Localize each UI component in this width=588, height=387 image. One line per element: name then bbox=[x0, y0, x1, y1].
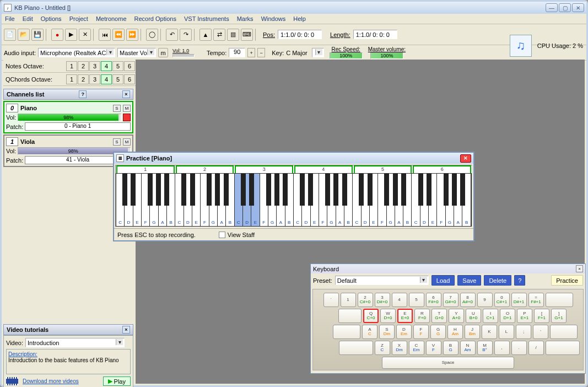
key-O[interactable]: OD+1 bbox=[500, 309, 515, 323]
octave-4[interactable]: 4 bbox=[101, 74, 112, 84]
delete-button[interactable]: Delete bbox=[484, 275, 511, 286]
caps-key[interactable] bbox=[333, 325, 360, 339]
black-key[interactable] bbox=[207, 174, 212, 206]
key-K[interactable]: K bbox=[482, 325, 497, 339]
black-key[interactable] bbox=[452, 174, 457, 206]
black-key[interactable] bbox=[444, 174, 449, 206]
play-video-button[interactable]: ▶Play bbox=[103, 377, 131, 386]
record-button[interactable]: ● bbox=[51, 29, 63, 41]
download-videos-link[interactable]: Download more videos bbox=[23, 378, 79, 384]
piano-button[interactable]: ▥ bbox=[227, 29, 239, 41]
rewind-button[interactable]: ⏪ bbox=[112, 29, 125, 41]
metronome-button[interactable]: ▲ bbox=[199, 29, 212, 41]
stop-button[interactable]: ✕ bbox=[79, 29, 91, 41]
menu-windows[interactable]: Windows bbox=[261, 15, 286, 22]
black-key[interactable] bbox=[333, 174, 338, 206]
black-key[interactable] bbox=[215, 174, 220, 206]
tempo-input[interactable]: 90 bbox=[229, 48, 245, 57]
solo-button[interactable]: S bbox=[113, 105, 121, 112]
black-key[interactable] bbox=[418, 174, 423, 206]
menu-file[interactable]: File bbox=[5, 15, 15, 22]
black-key[interactable] bbox=[122, 174, 127, 206]
space-key[interactable]: Space bbox=[382, 357, 514, 369]
key-3[interactable]: 3D#+0 bbox=[375, 293, 390, 307]
channels-help[interactable]: ? bbox=[79, 90, 87, 98]
key-2[interactable]: 2C#+0 bbox=[358, 293, 373, 307]
shift-key[interactable] bbox=[339, 341, 373, 355]
backspace-key[interactable] bbox=[546, 293, 573, 307]
octave-1[interactable]: 1 bbox=[66, 61, 77, 71]
patch-select[interactable]: 0 - Piano 1 bbox=[25, 122, 131, 131]
octave-3[interactable]: 3 bbox=[89, 74, 100, 84]
key-T[interactable]: TG+0 bbox=[431, 309, 447, 323]
record-indicator[interactable] bbox=[123, 114, 131, 121]
key-U[interactable]: UB+0 bbox=[466, 309, 481, 323]
minimize-button[interactable]: — bbox=[546, 3, 558, 12]
key-S[interactable]: SDm bbox=[379, 325, 395, 339]
black-key[interactable] bbox=[148, 174, 153, 206]
octave-4[interactable]: 4 bbox=[101, 61, 112, 71]
black-key[interactable] bbox=[266, 174, 271, 206]
close-button[interactable]: ✕ bbox=[572, 3, 584, 12]
keyboard-button[interactable]: ⌨ bbox=[241, 29, 253, 41]
black-key[interactable] bbox=[325, 174, 330, 206]
volume-bar[interactable]: 98% bbox=[18, 114, 121, 121]
m-button[interactable]: m bbox=[158, 48, 168, 57]
key-'[interactable]: ' bbox=[533, 325, 548, 339]
black-key[interactable] bbox=[181, 174, 186, 206]
key-L[interactable]: L bbox=[499, 325, 514, 339]
mute-button[interactable]: M bbox=[123, 138, 131, 146]
key-8[interactable]: 8A#+0 bbox=[460, 293, 476, 307]
key-1[interactable]: 1 bbox=[341, 293, 356, 307]
channel-piano[interactable]: 0 Piano S M Vol: 98% Patch: 0 - Piano 1 bbox=[3, 101, 133, 133]
octave-3[interactable]: 3 bbox=[89, 61, 100, 71]
black-key[interactable] bbox=[401, 174, 406, 206]
menu-marks[interactable]: Marks bbox=[237, 15, 253, 22]
solo-button[interactable]: S bbox=[113, 138, 121, 146]
black-key[interactable] bbox=[300, 174, 305, 206]
key-6[interactable]: 6F#+0 bbox=[426, 293, 441, 307]
key-G[interactable]: GG bbox=[430, 325, 446, 339]
key-Z[interactable]: ZC bbox=[375, 341, 390, 355]
octave-2[interactable]: 2 bbox=[78, 61, 89, 71]
key-`[interactable]: ` bbox=[323, 293, 339, 307]
black-key[interactable] bbox=[359, 174, 364, 206]
black-key[interactable] bbox=[241, 174, 246, 206]
key-.[interactable]: . bbox=[511, 341, 527, 355]
octave-2[interactable]: 2 bbox=[78, 74, 89, 84]
black-key[interactable] bbox=[156, 174, 161, 206]
octave-5[interactable]: 5 bbox=[112, 74, 123, 84]
menu-project[interactable]: Project bbox=[69, 15, 88, 22]
key-W[interactable]: WD+0 bbox=[380, 309, 396, 323]
forward-button[interactable]: ⏩ bbox=[126, 29, 138, 41]
open-button[interactable]: 📂 bbox=[18, 29, 30, 41]
practice-button[interactable]: Practice bbox=[551, 275, 583, 286]
black-key[interactable] bbox=[274, 174, 279, 206]
key-J[interactable]: JBm bbox=[465, 325, 480, 339]
key-;[interactable]: ; bbox=[516, 325, 531, 339]
menu-record-options[interactable]: Record Options bbox=[134, 15, 176, 22]
loop-button[interactable]: ◯ bbox=[146, 29, 158, 41]
tab-key[interactable] bbox=[338, 309, 362, 323]
black-key[interactable] bbox=[283, 174, 288, 206]
keyboard-close[interactable]: × bbox=[576, 265, 583, 272]
black-key[interactable] bbox=[393, 174, 398, 206]
black-key[interactable] bbox=[368, 174, 373, 206]
key-H[interactable]: HAm bbox=[447, 325, 463, 339]
key-X[interactable]: XDm bbox=[392, 341, 407, 355]
key-/[interactable]: / bbox=[528, 341, 544, 355]
channels-close[interactable]: × bbox=[122, 90, 130, 98]
black-key[interactable] bbox=[131, 174, 136, 206]
undo-button[interactable]: ↶ bbox=[166, 29, 178, 41]
key--[interactable]: -D#+1 bbox=[511, 293, 527, 307]
key-R[interactable]: RF+0 bbox=[414, 309, 430, 323]
mixer-button[interactable]: ⇄ bbox=[213, 29, 225, 41]
audio-input-select[interactable]: Microphone (Realtek AC bbox=[38, 48, 115, 57]
black-key[interactable] bbox=[427, 174, 431, 206]
rewind-start-button[interactable]: ⏮ bbox=[99, 29, 111, 41]
play-button[interactable]: ▶ bbox=[65, 29, 77, 41]
view-staff-checkbox[interactable] bbox=[219, 232, 225, 238]
key-F[interactable]: FF bbox=[413, 325, 429, 339]
pos-display[interactable]: 1:1.0/ 0: 0: 0 bbox=[278, 30, 322, 39]
key-select[interactable] bbox=[312, 48, 324, 57]
